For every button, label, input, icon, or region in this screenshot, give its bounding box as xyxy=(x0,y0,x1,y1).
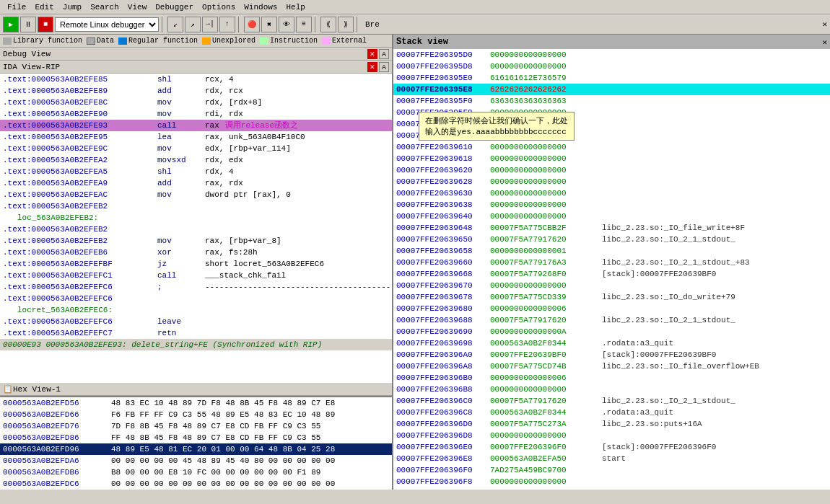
stack-line[interactable]: 00007FFE206395E0616161612E736579 xyxy=(393,72,830,84)
debug-view-close-btn[interactable]: ✕ xyxy=(367,49,377,59)
del-bp-btn[interactable]: ✖ xyxy=(261,17,277,32)
stack-line[interactable]: 00007FFE206396280000000000000000 xyxy=(393,176,830,187)
stack-btn[interactable]: ≡ xyxy=(296,17,312,32)
stack-line[interactable]: 00007FFE206396700000000000000000 xyxy=(393,280,830,291)
stack-line[interactable]: 00007FFE206396E80000563A0B2EFA50start xyxy=(393,453,830,464)
stack-line[interactable]: 00007FFE206396180000000000000000 xyxy=(393,153,830,164)
disasm-line[interactable]: .text:0000563A0B2EFEA9addrax, rdx xyxy=(0,177,392,189)
stack-line[interactable]: 00007FFE206396100000000000000000 xyxy=(393,141,830,153)
stack-line[interactable]: 00007FFE2063967800007F5A775CD339libc_2.2… xyxy=(393,291,830,303)
stack-line[interactable]: 00007FFE206396800000000000000006 xyxy=(393,303,830,314)
hex-line[interactable]: 0000563A0B2EFDB6B8 00 00 00 E8 10 FC 00 … xyxy=(0,467,392,478)
hex-line[interactable]: 0000563A0B2EFD5648 83 EC 10 48 89 7D F8 … xyxy=(0,397,392,409)
stack-line[interactable]: 00007FFE206396A800007F5A775CD74Blibc_2.2… xyxy=(393,361,830,372)
stack-line[interactable]: 00007FFE206396E000007FFE206396F0[stack]:… xyxy=(393,441,830,453)
menu-help[interactable]: Help xyxy=(281,0,309,14)
disasm-line[interactable]: .text:0000563A0B2EFEA5shlrdx, 4 xyxy=(0,166,392,177)
stack-line[interactable]: 00007FFE206396200000000000000000 xyxy=(393,164,830,176)
hex-line[interactable]: 0000563A0B2EFD66F6 FB FF FF C9 C3 55 48 … xyxy=(0,409,392,420)
stack-line[interactable]: 00007FFE206395E86262626262626262 xyxy=(393,84,830,95)
hex-line[interactable]: 0000563A0B2EFD9648 89 E5 48 81 EC 20 01 … xyxy=(0,443,392,455)
menu-search[interactable]: Search xyxy=(86,0,123,14)
stack-line[interactable]: 00007FFE2063964800007F5A775CBB2Flibc_2.2… xyxy=(393,222,830,234)
disasm-line[interactable]: .text:0000563A0B2EFEB2movrax, [rbp+var_8… xyxy=(0,235,392,247)
menu-edit[interactable]: Edit xyxy=(30,0,58,14)
forward-btn[interactable]: ⟫ xyxy=(338,17,354,32)
disasm-line[interactable]: locret_563A0B2EFEC6: xyxy=(0,304,392,316)
disasm-line[interactable]: loc_563A0B2EFEB2: xyxy=(0,212,392,224)
watch-btn[interactable]: 👁 xyxy=(279,17,294,32)
stack-line[interactable]: 00007FFE2063966800007F5A779268F0[stack]:… xyxy=(393,268,830,280)
disasm-line[interactable]: .text:0000563A0B2EFE85shlrcx, 4 xyxy=(0,74,392,85)
pause-button[interactable]: ⏸ xyxy=(20,17,36,32)
disasm-line[interactable]: .text:0000563A0B2EFEA2movsxdrdx, edx xyxy=(0,154,392,166)
stack-close-btn[interactable]: ✕ xyxy=(822,37,827,47)
hex-line[interactable]: 0000563A0B2EFDC600 00 00 00 00 00 00 00 … xyxy=(0,478,392,490)
menu-options[interactable]: Options xyxy=(198,0,240,14)
stack-line[interactable]: 00007FFE206396B00000000000000006 xyxy=(393,372,830,384)
disasm-line[interactable]: .text:0000563A0B2EFEFC6; ---------------… xyxy=(0,281,392,293)
disasm-view[interactable]: .text:0000563A0B2EFE85shlrcx, 4.text:000… xyxy=(0,74,392,383)
disasm-line[interactable]: .text:0000563A0B2EFE8Cmovrdx, [rdx+8] xyxy=(0,97,392,108)
run-to-cursor-btn[interactable]: →| xyxy=(202,17,218,32)
play-button[interactable]: ▶ xyxy=(3,17,19,32)
stack-line[interactable]: 00007FFE206396B80000000000000000 xyxy=(393,384,830,395)
disasm-line[interactable]: .text:0000563A0B2EFEFBFjzshort locret_56… xyxy=(0,258,392,270)
disasm-line[interactable]: .text:0000563A0B2EFE89addrdx, rcx xyxy=(0,85,392,97)
disasm-line[interactable]: .text:0000563A0B2EFEFC6leave xyxy=(0,316,392,327)
menu-debugger[interactable]: Debugger xyxy=(151,0,198,14)
disasm-line[interactable]: .text:0000563A0B2EFE9Cmovedx, [rbp+var_1… xyxy=(0,143,392,154)
disasm-line[interactable]: 00000E93 0000563A0B2EFE93: delete_string… xyxy=(0,339,392,350)
stack-line[interactable]: 00007FFE206396400000000000000000 xyxy=(393,211,830,222)
stack-line[interactable]: 00007FFE2063966000007F5A779176A3libc_2.2… xyxy=(393,257,830,268)
hex-line[interactable]: 0000563A0B2EFD767D F8 8B 45 F8 48 89 C7 … xyxy=(0,420,392,432)
hex-line[interactable]: 0000563A0B2EFD86FF 48 8B 45 F8 48 89 C7 … xyxy=(0,432,392,443)
step-into-btn[interactable]: ↙ xyxy=(167,17,183,32)
hex-view[interactable]: 0000563A0B2EFD5648 83 EC 10 48 89 7D F8 … xyxy=(0,396,392,490)
close-btn[interactable]: ✕ xyxy=(822,19,827,29)
disasm-line[interactable]: .text:0000563A0B2EFEFC6 xyxy=(0,293,392,304)
disasm-line[interactable]: .text:0000563A0B2EFE90movrdi, rdx xyxy=(0,108,392,120)
stack-line[interactable]: 00007FFE2063968800007F5A77917620libc_2.2… xyxy=(393,314,830,326)
stack-line[interactable]: 00007FFE206396D000007F5A775C273Alibc_2.2… xyxy=(393,418,830,430)
stack-line[interactable]: 00007FFE206396C000007F5A77917620libc_2.2… xyxy=(393,395,830,407)
disasm-line[interactable]: .text:0000563A0B2EFEB2 xyxy=(0,224,392,235)
stack-line[interactable]: 00007FFE20639690000000000000000A xyxy=(393,326,830,337)
stack-line[interactable]: 00007FFE206395F06363636363636363 xyxy=(393,95,830,107)
stack-line[interactable]: 00007FFE2063965000007F5A77917620libc_2.2… xyxy=(393,234,830,245)
stack-line[interactable]: 00007FFE206396380000000000000000 xyxy=(393,199,830,211)
menu-jump[interactable]: Jump xyxy=(58,0,86,14)
stack-line[interactable]: 00007FFE206395D80000000000000000 xyxy=(393,61,830,72)
step-over-btn[interactable]: ↗ xyxy=(185,17,201,32)
hex-line[interactable]: 0000563A0B2EFDA600 00 00 00 00 45 48 89 … xyxy=(0,455,392,467)
disasm-line[interactable]: .text:0000563A0B2EFEFC1call___stack_chk_… xyxy=(0,270,392,281)
rewind-btn[interactable]: ⟪ xyxy=(320,17,336,32)
sep2 xyxy=(238,17,241,32)
stack-line[interactable]: 00007FFE206396300000000000000000 xyxy=(393,187,830,199)
disasm-line[interactable]: .text:0000563A0B2EFE95learax, unk_563A0B… xyxy=(0,131,392,143)
remote-debugger-dropdown[interactable]: Remote Linux debugger xyxy=(55,17,159,32)
stack-line[interactable]: 00007FFE206396980000563A0B2F0344.rodata:… xyxy=(393,337,830,349)
disasm-line[interactable]: .text:0000563A0B2EFE93callrax调用release函数… xyxy=(0,120,392,131)
menu-windows[interactable]: Windows xyxy=(240,0,281,14)
stack-line[interactable]: 00007FFE206396F80000000000000000 xyxy=(393,476,830,487)
stop-button[interactable]: ■ xyxy=(38,17,53,32)
ida-view-restore-btn[interactable]: A xyxy=(379,62,389,72)
ida-view-close-btn[interactable]: ✕ xyxy=(367,62,377,72)
debug-view-restore-btn[interactable]: A xyxy=(379,49,389,59)
disasm-line[interactable]: .text:0000563A0B2EFEACmovdword ptr [rax]… xyxy=(0,189,392,200)
stack-line[interactable]: 00007FFE206396F07AD275A459BC9700 xyxy=(393,464,830,476)
stack-line[interactable]: 00007FFE206396D80000000000000000 xyxy=(393,430,830,441)
step-out-btn[interactable]: ↑ xyxy=(219,17,235,32)
stack-line[interactable]: 00007FFE206396A000007FFE20639BF0[stack]:… xyxy=(393,349,830,361)
add-bp-btn[interactable]: 🔴 xyxy=(244,17,260,32)
menu-view[interactable]: View xyxy=(123,0,151,14)
stack-line[interactable]: 00007FFE206395D00000000000000000 xyxy=(393,49,830,61)
disasm-line[interactable]: .text:0000563A0B2EFEB6xorrax, fs:28h xyxy=(0,247,392,258)
stack-line[interactable]: 00007FFE206396C80000563A0B2F0344.rodata:… xyxy=(393,407,830,418)
disasm-line[interactable]: .text:0000563A0B2EFEB2 xyxy=(0,200,392,212)
disasm-line[interactable]: .text:0000563A0B2EFEFC7retn xyxy=(0,327,392,339)
stack-line[interactable]: 00007FFE206396580000000000000001 xyxy=(393,245,830,257)
stack-line[interactable]: 00007FFE2063970000007FFE20639BF0[stack]:… xyxy=(393,487,830,490)
menu-file[interactable]: File xyxy=(3,0,30,14)
